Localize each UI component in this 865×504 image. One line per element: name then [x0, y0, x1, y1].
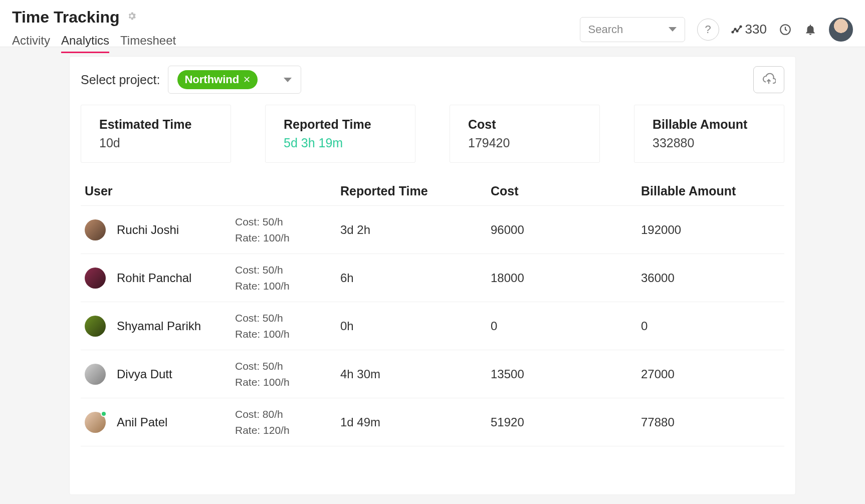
cost: 96000 — [491, 223, 641, 237]
reported-time: 4h 30m — [340, 367, 491, 381]
rate-cell: Cost: 50/hRate: 100/h — [235, 214, 340, 245]
rate-line: Rate: 100/h — [235, 278, 340, 294]
rate-cell: Cost: 50/hRate: 100/h — [235, 310, 340, 342]
search-placeholder: Search — [588, 23, 623, 36]
billable: 77880 — [641, 415, 780, 429]
th-user: User — [85, 184, 235, 198]
trend-value: 330 — [745, 22, 767, 37]
page-title: Time Tracking — [12, 8, 120, 27]
user-cell: Divya Dutt — [85, 364, 235, 385]
help-icon[interactable]: ? — [697, 19, 719, 41]
card-title: Billable Amount — [653, 117, 766, 132]
select-project-label: Select project: — [81, 73, 160, 87]
project-filter: Select project: Northwind ✕ — [81, 66, 301, 94]
cost: 18000 — [491, 271, 641, 285]
chevron-down-icon — [669, 27, 677, 32]
card-value: 5d 3h 19m — [284, 136, 397, 150]
project-chip-label: Northwind — [184, 73, 239, 86]
summary-card: Cost179420 — [450, 105, 600, 163]
cost: 51920 — [491, 415, 641, 429]
table-row[interactable]: Anil PatelCost: 80/hRate: 120/h1d 49m519… — [81, 398, 784, 446]
bell-icon[interactable] — [804, 23, 817, 36]
user-avatar[interactable] — [829, 18, 853, 42]
rate-cell: Cost: 50/hRate: 100/h — [235, 262, 340, 294]
user-name: Ruchi Joshi — [117, 223, 179, 237]
analytics-table: User Reported Time Cost Billable Amount … — [81, 177, 784, 446]
card-value: 332880 — [653, 136, 766, 150]
table-header: User Reported Time Cost Billable Amount — [81, 177, 784, 206]
table-row[interactable]: Ruchi JoshiCost: 50/hRate: 100/h3d 2h960… — [81, 206, 784, 254]
cost-line: Cost: 50/h — [235, 262, 340, 278]
table-body: Ruchi JoshiCost: 50/hRate: 100/h3d 2h960… — [81, 206, 784, 446]
rate-cell: Cost: 80/hRate: 120/h — [235, 406, 340, 438]
table-row[interactable]: Divya DuttCost: 50/hRate: 100/h4h 30m135… — [81, 350, 784, 398]
card-title: Reported Time — [284, 117, 397, 132]
cost: 0 — [491, 319, 641, 333]
th-cost: Cost — [491, 184, 641, 198]
billable: 36000 — [641, 271, 780, 285]
user-cell: Anil Patel — [85, 412, 235, 433]
avatar — [85, 219, 106, 240]
table-row[interactable]: Rohit PanchalCost: 50/hRate: 100/h6h1800… — [81, 254, 784, 302]
svg-point-2 — [736, 30, 738, 32]
billable: 27000 — [641, 367, 780, 381]
card-value: 179420 — [468, 136, 581, 150]
avatar — [85, 268, 106, 289]
rate-line: Rate: 100/h — [235, 326, 340, 342]
panel-top: Select project: Northwind ✕ — [81, 66, 784, 94]
gear-icon[interactable] — [127, 11, 137, 24]
export-button[interactable] — [753, 66, 784, 93]
chevron-down-icon — [284, 78, 292, 82]
th-reported: Reported Time — [340, 184, 491, 198]
cost-line: Cost: 50/h — [235, 358, 340, 374]
user-cell: Shyamal Parikh — [85, 316, 235, 337]
summary-card: Billable Amount332880 — [634, 105, 784, 163]
rate-line: Rate: 100/h — [235, 374, 340, 390]
header-right: Search ? 330 — [580, 5, 853, 47]
reported-time: 0h — [340, 319, 491, 333]
trend-stat[interactable]: 330 — [731, 22, 767, 37]
summary-card: Reported Time5d 3h 19m — [265, 105, 415, 163]
cost-line: Cost: 50/h — [235, 214, 340, 230]
user-cell: Ruchi Joshi — [85, 219, 235, 240]
analytics-panel: Select project: Northwind ✕ Estimated Ti… — [69, 56, 796, 495]
card-title: Estimated Time — [99, 117, 212, 132]
th-billable: Billable Amount — [641, 184, 780, 198]
tab-activity[interactable]: Activity — [12, 34, 50, 53]
table-row[interactable]: Shyamal ParikhCost: 50/hRate: 100/h0h00 — [81, 302, 784, 350]
clock-icon[interactable] — [779, 23, 792, 36]
summary-cards: Estimated Time10dReported Time5d 3h 19mC… — [81, 105, 784, 163]
billable: 192000 — [641, 223, 780, 237]
card-title: Cost — [468, 117, 581, 132]
svg-point-3 — [740, 26, 741, 27]
avatar — [85, 412, 106, 433]
rate-line: Rate: 120/h — [235, 422, 340, 438]
svg-point-0 — [732, 31, 733, 33]
presence-indicator — [101, 411, 107, 417]
tabs: Activity Analytics Timesheet — [12, 34, 176, 53]
user-name: Divya Dutt — [117, 367, 172, 381]
user-name: Anil Patel — [117, 415, 167, 429]
billable: 0 — [641, 319, 780, 333]
user-name: Rohit Panchal — [117, 271, 191, 285]
rate-cell: Cost: 50/hRate: 100/h — [235, 358, 340, 390]
reported-time: 1d 49m — [340, 415, 491, 429]
summary-card: Estimated Time10d — [81, 105, 231, 163]
tab-timesheet[interactable]: Timesheet — [120, 34, 176, 53]
user-cell: Rohit Panchal — [85, 268, 235, 289]
header-left: Time Tracking Activity Analytics Timeshe… — [12, 5, 176, 47]
search-input[interactable]: Search — [580, 17, 685, 42]
project-select[interactable]: Northwind ✕ — [168, 66, 301, 94]
cost: 13500 — [491, 367, 641, 381]
chip-remove-icon[interactable]: ✕ — [243, 74, 251, 85]
app-header: Time Tracking Activity Analytics Timeshe… — [0, 0, 865, 47]
project-chip[interactable]: Northwind ✕ — [177, 70, 258, 89]
card-value: 10d — [99, 136, 212, 150]
avatar — [85, 316, 106, 337]
rate-line: Rate: 100/h — [235, 230, 340, 246]
cost-line: Cost: 80/h — [235, 406, 340, 422]
user-name: Shyamal Parikh — [117, 319, 201, 333]
reported-time: 6h — [340, 271, 491, 285]
main-area: Select project: Northwind ✕ Estimated Ti… — [0, 47, 865, 504]
tab-analytics[interactable]: Analytics — [61, 34, 109, 53]
